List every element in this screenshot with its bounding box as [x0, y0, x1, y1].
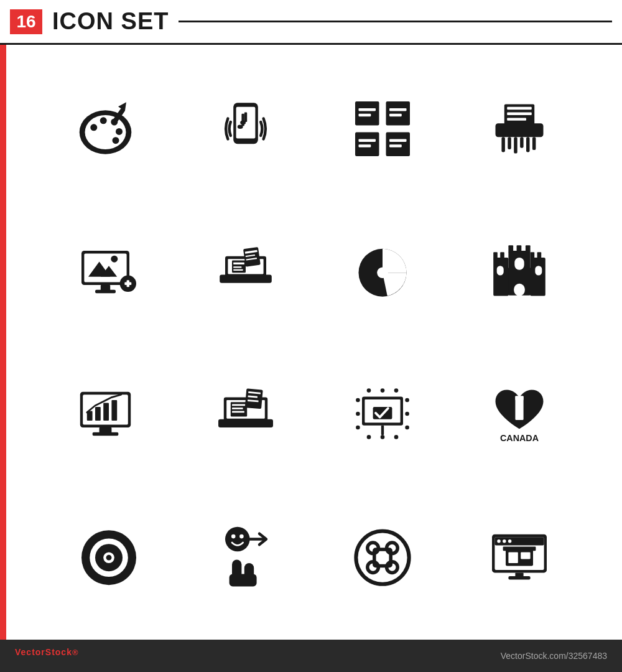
svg-rect-25	[359, 139, 376, 141]
command-key-icon	[317, 522, 448, 590]
castle-icon	[454, 237, 585, 306]
svg-point-107	[367, 388, 371, 393]
paint-palette-icon	[44, 95, 174, 163]
svg-point-5	[116, 128, 123, 134]
header-number: 16	[10, 9, 42, 34]
svg-rect-22	[359, 113, 371, 116]
svg-point-3	[100, 117, 107, 124]
svg-rect-81	[95, 407, 101, 421]
svg-rect-74	[497, 266, 504, 275]
icon-grid: CANADA	[44, 63, 585, 621]
svg-rect-146	[508, 576, 530, 579]
svg-rect-75	[535, 266, 542, 275]
svg-rect-72	[517, 245, 522, 252]
svg-rect-32	[507, 112, 532, 114]
presentation-check-icon	[317, 380, 448, 448]
svg-rect-90	[232, 404, 246, 406]
svg-point-139	[503, 539, 506, 543]
svg-point-101	[356, 398, 360, 402]
svg-rect-65	[531, 258, 545, 296]
svg-rect-37	[520, 137, 524, 148]
svg-rect-83	[111, 400, 117, 421]
footer-url: VectorStock.com/32567483	[501, 651, 607, 661]
svg-rect-144	[503, 546, 536, 551]
monitor-stats-icon	[44, 380, 174, 448]
svg-rect-35	[508, 137, 511, 149]
svg-rect-53	[232, 260, 246, 273]
svg-rect-68	[500, 252, 504, 259]
svg-rect-137	[494, 537, 544, 545]
svg-point-108	[381, 388, 385, 393]
svg-point-106	[405, 425, 409, 429]
main-content: CANADA	[0, 45, 622, 640]
svg-point-138	[497, 539, 501, 543]
svg-rect-28	[389, 144, 402, 147]
svg-rect-26	[359, 144, 371, 147]
svg-point-102	[356, 411, 360, 416]
laptop-code-icon	[180, 380, 311, 448]
svg-rect-82	[103, 403, 109, 421]
svg-rect-29	[496, 123, 544, 137]
svg-point-109	[394, 388, 399, 393]
header-title: ICON SET	[52, 8, 169, 35]
svg-rect-77	[514, 283, 525, 296]
svg-point-110	[367, 435, 371, 439]
footer: VectorStock® VectorStock.com/32567483	[0, 640, 622, 672]
svg-rect-69	[531, 252, 535, 259]
svg-rect-67	[493, 252, 498, 259]
svg-rect-19	[355, 132, 379, 156]
swipe-gesture-icon	[180, 522, 311, 590]
svg-rect-70	[537, 252, 542, 259]
svg-rect-92	[232, 411, 244, 413]
svg-rect-17	[355, 101, 379, 126]
svg-rect-27	[389, 139, 407, 141]
svg-rect-73	[526, 245, 531, 252]
svg-rect-64	[493, 258, 508, 296]
svg-rect-20	[386, 132, 411, 156]
svg-point-103	[356, 425, 360, 429]
svg-rect-46	[95, 289, 116, 293]
page-header: 16 ICON SET	[0, 0, 622, 45]
svg-point-122	[231, 534, 236, 538]
svg-rect-76	[514, 258, 524, 270]
svg-rect-85	[93, 432, 119, 436]
svg-rect-142	[508, 552, 518, 563]
paper-shredder-icon	[454, 95, 585, 163]
svg-marker-9	[118, 100, 129, 111]
svg-rect-45	[101, 285, 110, 291]
footer-brand: VectorStock®	[15, 647, 79, 664]
svg-point-111	[381, 435, 385, 439]
svg-point-120	[106, 554, 112, 560]
svg-point-140	[508, 539, 512, 543]
header-line	[179, 21, 612, 22]
svg-point-13	[238, 124, 243, 129]
svg-rect-84	[100, 427, 112, 433]
svg-rect-91	[232, 408, 243, 409]
svg-rect-39	[532, 137, 536, 150]
svg-point-6	[113, 137, 119, 144]
svg-rect-41	[84, 253, 126, 282]
svg-rect-21	[359, 108, 376, 111]
laptop-document-icon	[180, 237, 311, 306]
svg-point-129	[358, 533, 407, 582]
svg-point-7	[93, 137, 104, 145]
canada-heart-icon: CANADA	[454, 380, 585, 448]
svg-point-112	[394, 435, 399, 439]
svg-rect-56	[233, 269, 243, 270]
svg-point-105	[405, 411, 409, 416]
svg-rect-24	[389, 113, 402, 116]
svg-rect-114	[515, 396, 523, 400]
svg-rect-18	[386, 101, 411, 126]
svg-rect-49	[127, 280, 129, 287]
web-store-icon	[454, 522, 585, 590]
svg-point-44	[111, 255, 118, 262]
svg-rect-23	[389, 108, 407, 111]
svg-rect-71	[508, 245, 513, 252]
mobile-music-icon	[180, 95, 311, 163]
svg-point-15	[240, 120, 246, 124]
svg-rect-54	[233, 262, 244, 264]
svg-rect-38	[526, 137, 530, 152]
grid-squares-icon	[317, 95, 448, 163]
add-image-icon	[44, 237, 174, 306]
svg-rect-31	[507, 106, 532, 109]
